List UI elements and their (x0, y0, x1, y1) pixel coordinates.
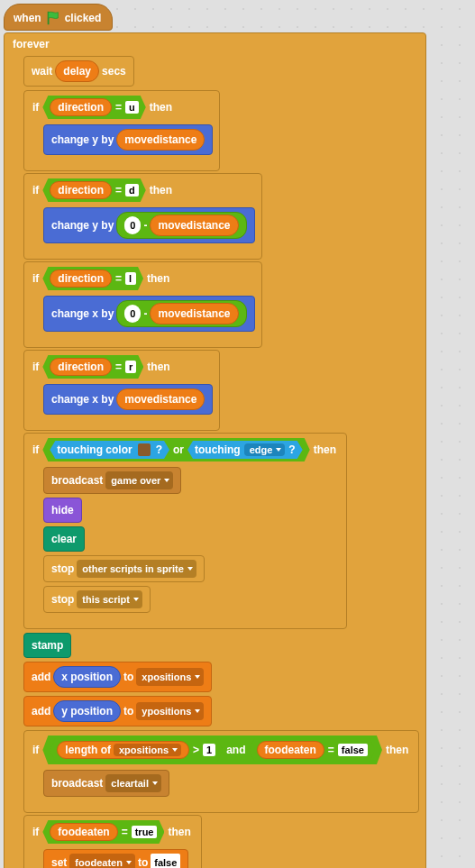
xpos-reporter[interactable]: x position (53, 666, 121, 688)
set-foodeaten[interactable]: set foodeaten to false (43, 849, 188, 868)
if-direction-u[interactable]: if direction = u then change y by movedi… (23, 90, 220, 171)
stamp-block[interactable]: stamp (23, 633, 71, 658)
ypositions-dropdown[interactable]: ypositions (136, 702, 204, 720)
if-direction-r[interactable]: if direction = r then change x by movedi… (23, 350, 220, 431)
touching-edge[interactable]: touching edge ? (187, 441, 303, 459)
touching-label: touching (195, 443, 241, 456)
xpositions-dropdown[interactable]: xpositions (114, 744, 181, 756)
eq-foodeaten-true[interactable]: foodeaten = true (42, 820, 164, 844)
then-label: then (147, 272, 169, 285)
subtract-op[interactable]: 0 - movedistance (116, 300, 246, 327)
false-field[interactable]: false (151, 854, 180, 868)
change-y-movedist[interactable]: change y by movedistance (43, 124, 213, 155)
broadcast-label: broadcast (51, 775, 103, 791)
if-label: if (32, 184, 39, 196)
edge-dropdown[interactable]: edge (244, 443, 286, 456)
movedist-var[interactable]: movedistance (150, 303, 238, 324)
if-cleartail[interactable]: if length of xpositions > 1 and foodeate… (23, 730, 419, 813)
hat-when: when (14, 12, 41, 24)
eq-foodeaten-false[interactable]: foodeaten = false (250, 738, 375, 762)
or-op[interactable]: touching color ? or touching edge ? (42, 438, 309, 461)
foodeaten-dropdown[interactable]: foodeaten (69, 854, 135, 868)
if-label: if (32, 826, 39, 838)
hat-clicked: clicked (65, 12, 102, 24)
change-x-neg-movedist[interactable]: change x by 0 - movedistance (43, 296, 255, 332)
cleartail-dropdown[interactable]: cleartail (105, 774, 161, 792)
or-label: or (173, 443, 184, 456)
one-field[interactable]: 1 (203, 744, 215, 756)
foodeaten-var[interactable]: foodeaten (50, 823, 117, 841)
hat-when-flag-clicked[interactable]: when clicked (4, 4, 113, 31)
foodeaten-var[interactable]: foodeaten (257, 741, 324, 759)
gt-op[interactable]: length of xpositions > 1 (50, 738, 223, 762)
true-field[interactable]: true (132, 826, 158, 838)
gameover-dropdown[interactable]: game over (105, 471, 173, 489)
broadcast-gameover[interactable]: broadcast game over (43, 467, 181, 494)
if-collision[interactable]: if touching color ? or touching edge ? t… (23, 433, 347, 629)
zero-field[interactable]: 0 (124, 216, 141, 234)
then-label: then (150, 184, 172, 196)
touching-color-label: touching color (57, 443, 132, 456)
clear-label: clear (51, 531, 77, 547)
u-field[interactable]: u (125, 101, 139, 114)
if-label: if (32, 361, 39, 373)
eq-l[interactable]: direction = l (42, 267, 143, 290)
if-label: if (32, 272, 39, 285)
change-x-movedist[interactable]: change x by movedistance (43, 384, 213, 415)
clear-block[interactable]: clear (43, 526, 85, 552)
zero-field[interactable]: 0 (124, 305, 141, 323)
add-xpos[interactable]: add x position to xpositions (23, 662, 212, 692)
eq-u[interactable]: direction = u (42, 96, 145, 119)
stop-label: stop (51, 561, 74, 577)
d-field[interactable]: d (125, 184, 139, 196)
wait-block[interactable]: wait delay secs (23, 56, 134, 87)
gt-label: > (193, 744, 199, 756)
delay-var[interactable]: delay (55, 60, 99, 82)
stop-other-dropdown[interactable]: other scripts in sprite (77, 560, 196, 578)
false-field[interactable]: false (338, 744, 368, 756)
length-label: length of (65, 744, 111, 756)
hide-label: hide (51, 502, 74, 518)
direction-var[interactable]: direction (50, 358, 112, 376)
change-y-neg-movedist[interactable]: change y by 0 - movedistance (43, 207, 255, 243)
add-ypos[interactable]: add y position to ypositions (23, 696, 212, 726)
stop-this-dropdown[interactable]: this script (77, 590, 142, 608)
if-foodeaten-true[interactable]: if foodeaten = true then set foodeaten t… (23, 815, 202, 868)
stop-this[interactable]: stop this script (43, 586, 151, 613)
wait-label: wait (32, 63, 52, 79)
eq-op: = (115, 101, 122, 114)
r-field[interactable]: r (125, 361, 136, 373)
if-direction-l[interactable]: if direction = l then change x by 0 - mo… (23, 261, 262, 348)
minus-op: - (143, 217, 147, 233)
add-label: add (32, 703, 50, 719)
direction-var[interactable]: direction (50, 98, 112, 116)
color-swatch[interactable] (138, 443, 151, 456)
eq-op: = (115, 272, 122, 285)
movedist-var[interactable]: movedistance (116, 388, 205, 410)
hide-block[interactable]: hide (43, 498, 82, 523)
direction-var[interactable]: direction (50, 181, 112, 199)
stop-label: stop (51, 591, 74, 608)
broadcast-label: broadcast (51, 472, 103, 489)
and-op[interactable]: length of xpositions > 1 and foodeaten =… (42, 736, 382, 764)
xpositions-dropdown[interactable]: xpositions (136, 668, 204, 686)
minus-op: - (143, 306, 147, 322)
eq-d[interactable]: direction = d (42, 178, 145, 202)
l-field[interactable]: l (125, 272, 136, 285)
subtract-op[interactable]: 0 - movedistance (116, 212, 246, 239)
stop-other[interactable]: stop other scripts in sprite (43, 555, 205, 582)
forever-block[interactable]: forever wait delay secs if direction = u… (4, 32, 426, 868)
length-of[interactable]: length of xpositions (57, 741, 189, 759)
ypos-reporter[interactable]: y position (53, 700, 121, 722)
if-label: if (32, 101, 39, 114)
touching-color[interactable]: touching color ? (50, 441, 169, 459)
direction-var[interactable]: direction (50, 270, 112, 288)
if-direction-d[interactable]: if direction = d then change y by 0 - mo… (23, 173, 262, 260)
eq-r[interactable]: direction = r (42, 355, 143, 379)
movedist-var[interactable]: movedistance (150, 215, 238, 236)
broadcast-cleartail[interactable]: broadcast cleartail (43, 770, 169, 797)
to-label: to (138, 854, 148, 868)
if-label: if (32, 744, 39, 756)
movedist-var[interactable]: movedistance (116, 129, 205, 151)
then-label: then (386, 744, 408, 756)
